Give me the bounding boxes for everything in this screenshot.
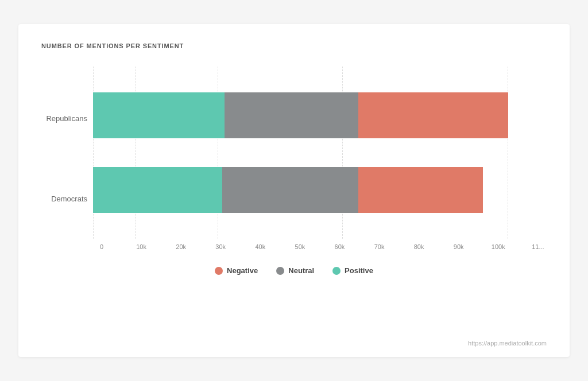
bar-row-democrats (93, 167, 547, 213)
bars-area (93, 67, 547, 239)
bar-democrats-positive (93, 167, 222, 213)
bar-republicans-positive (93, 92, 225, 138)
x-axis: 0 10k 20k 30k 40k 50k 60k 70k 80k 90k 10… (93, 239, 547, 250)
y-label-republicans: Republicans (41, 95, 87, 141)
bar-republicans-negative (358, 92, 508, 138)
bar-row-republicans (93, 92, 547, 138)
legend-label-positive: Positive (345, 266, 373, 275)
x-label-20k: 20k (172, 243, 189, 250)
x-label-110k: 11... (529, 243, 547, 250)
chart-legend: Negative Neutral Positive (41, 266, 547, 275)
legend-label-negative: Negative (227, 266, 258, 275)
watermark: https://app.mediatoolkit.com (468, 340, 547, 347)
legend-dot-neutral (276, 267, 284, 275)
legend-dot-positive (332, 267, 341, 275)
x-label-80k: 80k (411, 243, 428, 250)
bar-democrats-negative (358, 167, 483, 213)
legend-item-negative: Negative (215, 266, 258, 275)
x-label-60k: 60k (331, 243, 348, 250)
chart-title: NUMBER OF MENTIONS PER SENTIMENT (41, 42, 547, 49)
bar-democrats-neutral (222, 167, 358, 213)
x-label-0: 0 (93, 243, 110, 250)
x-label-40k: 40k (252, 243, 269, 250)
y-label-democrats: Democrats (41, 176, 87, 221)
legend-item-positive: Positive (332, 266, 373, 275)
x-label-30k: 30k (212, 243, 229, 250)
x-label-50k: 50k (291, 243, 308, 250)
legend-label-neutral: Neutral (288, 266, 314, 275)
x-label-90k: 90k (450, 243, 467, 250)
legend-dot-negative (215, 267, 223, 275)
chart-body: Republicans Democrats (41, 67, 547, 250)
y-axis-labels: Republicans Democrats (41, 67, 93, 250)
bar-rows (93, 67, 547, 239)
bar-republicans-neutral (225, 92, 358, 138)
x-label-10k: 10k (133, 243, 150, 250)
x-label-70k: 70k (371, 243, 388, 250)
legend-item-neutral: Neutral (276, 266, 314, 275)
chart-container: NUMBER OF MENTIONS PER SENTIMENT Republi… (18, 24, 570, 357)
x-label-100k: 100k (490, 243, 507, 250)
bars-and-xaxis: 0 10k 20k 30k 40k 50k 60k 70k 80k 90k 10… (93, 67, 547, 250)
